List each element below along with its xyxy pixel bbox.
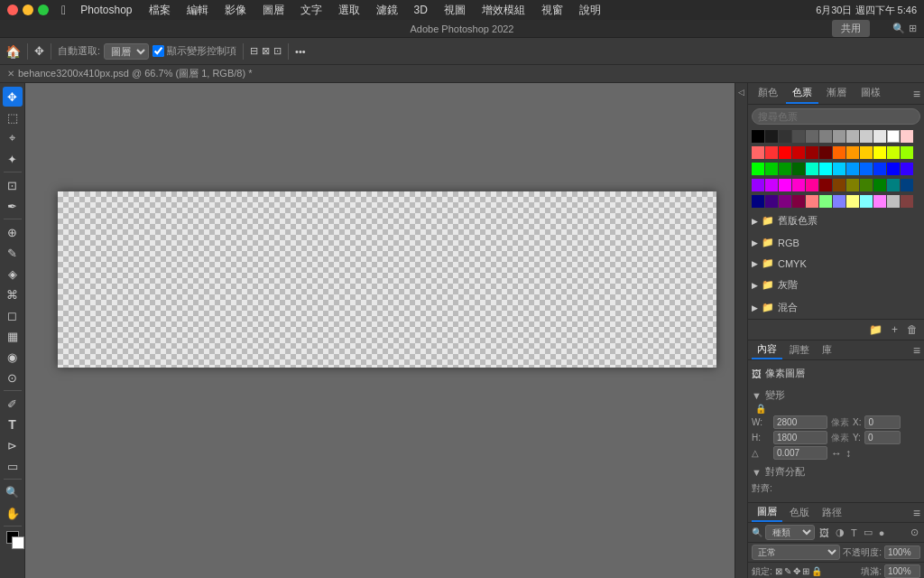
swatch[interactable] bbox=[765, 195, 778, 208]
menu-window[interactable]: 視窗 bbox=[536, 3, 568, 18]
swatch[interactable] bbox=[846, 130, 859, 143]
swatch[interactable] bbox=[860, 130, 873, 143]
tool-hand[interactable]: ✋ bbox=[3, 503, 23, 523]
swatch[interactable] bbox=[901, 163, 913, 175]
opacity-input[interactable] bbox=[884, 545, 920, 559]
swatch[interactable] bbox=[779, 195, 791, 208]
tool-blur[interactable]: ◉ bbox=[3, 347, 23, 367]
menu-help[interactable]: 說明 bbox=[574, 3, 606, 18]
tool-lasso[interactable]: ⌖ bbox=[3, 128, 23, 148]
width-input[interactable] bbox=[773, 415, 827, 429]
tool-eraser[interactable]: ◻ bbox=[3, 305, 23, 325]
show-transform-checkbox[interactable] bbox=[152, 45, 164, 57]
auto-select-dropdown[interactable]: 圖層 群組 bbox=[104, 43, 149, 60]
swatch[interactable] bbox=[779, 146, 791, 159]
menu-filter[interactable]: 濾鏡 bbox=[371, 3, 403, 18]
tool-brush[interactable]: ✎ bbox=[3, 243, 23, 263]
swatch[interactable] bbox=[846, 146, 859, 159]
flip-h-icon[interactable]: ↔ bbox=[831, 447, 842, 460]
swatch[interactable] bbox=[833, 195, 845, 208]
swatch[interactable] bbox=[765, 179, 778, 191]
swatch[interactable] bbox=[887, 195, 900, 208]
share-button[interactable]: 共用 bbox=[832, 20, 870, 37]
properties-menu-icon[interactable]: ≡ bbox=[913, 343, 920, 358]
swatch[interactable] bbox=[765, 146, 778, 159]
tool-eyedropper[interactable]: ✒ bbox=[3, 196, 23, 216]
tab-properties[interactable]: 內容 bbox=[752, 340, 782, 359]
swatch[interactable] bbox=[819, 146, 832, 159]
swatch[interactable] bbox=[752, 179, 764, 191]
swatch[interactable] bbox=[779, 130, 791, 143]
lock-paint-icon[interactable]: ✎ bbox=[784, 566, 791, 576]
delete-swatch-icon[interactable]: 🗑 bbox=[904, 322, 920, 337]
swatch-group-header-rgb[interactable]: ▶ 📁 RGB bbox=[752, 234, 920, 251]
swatch[interactable] bbox=[873, 195, 886, 208]
create-group-icon[interactable]: 📁 bbox=[866, 322, 885, 337]
angle-input[interactable] bbox=[773, 446, 827, 460]
minimize-button[interactable] bbox=[23, 5, 33, 15]
swatch[interactable] bbox=[833, 146, 845, 159]
swatch-group-header-legacy[interactable]: ▶ 📁 舊版色票 bbox=[752, 211, 920, 230]
lock-artboard-icon[interactable]: ⊞ bbox=[802, 566, 809, 576]
fill-input[interactable] bbox=[884, 564, 920, 578]
swatch-group-header-mix[interactable]: ▶ 📁 混合 bbox=[752, 298, 920, 317]
tab-swatches[interactable]: 色票 bbox=[786, 83, 818, 104]
swatch[interactable] bbox=[752, 195, 764, 208]
swatch-search-input[interactable] bbox=[752, 108, 920, 125]
filter-pixel-icon[interactable]: 🖼 bbox=[818, 527, 831, 539]
swatch[interactable] bbox=[860, 163, 873, 175]
lock-transparent-icon[interactable]: ⊠ bbox=[775, 566, 782, 576]
swatch[interactable] bbox=[819, 195, 832, 208]
swatch[interactable] bbox=[792, 130, 805, 143]
new-swatch-icon[interactable]: + bbox=[889, 322, 901, 337]
menu-select[interactable]: 選取 bbox=[333, 3, 365, 18]
layer-filter-dropdown[interactable]: 種類 名稱 效果 模式 屬性 色彩 bbox=[765, 525, 815, 540]
swatch[interactable] bbox=[887, 146, 900, 159]
filter-adjustment-icon[interactable]: ◑ bbox=[834, 526, 846, 539]
swatch[interactable] bbox=[873, 146, 886, 159]
menu-plugins[interactable]: 增效模組 bbox=[476, 3, 531, 18]
lock-all-icon[interactable]: 🔒 bbox=[811, 566, 822, 576]
swatch[interactable] bbox=[846, 179, 859, 191]
tool-history-brush[interactable]: ⌘ bbox=[3, 284, 23, 304]
swatch[interactable] bbox=[901, 195, 913, 208]
tool-magic-wand[interactable]: ✦ bbox=[3, 149, 23, 169]
swatch[interactable] bbox=[806, 130, 818, 143]
align-label[interactable]: ▼ 對齊分配 bbox=[752, 463, 920, 480]
menu-layer[interactable]: 圖層 bbox=[257, 3, 290, 18]
swatch[interactable] bbox=[806, 179, 818, 191]
swatch[interactable] bbox=[887, 130, 900, 143]
swatch[interactable] bbox=[792, 146, 805, 159]
swatch[interactable] bbox=[765, 163, 778, 175]
apple-icon[interactable]:  bbox=[61, 3, 66, 17]
document-tab[interactable]: behance3200x410px.psd @ 66.7% (圖層 1, RGB… bbox=[18, 67, 252, 80]
lock-transform-icon[interactable]: 🔒 bbox=[755, 404, 766, 414]
home-icon[interactable]: 🏠 bbox=[5, 44, 21, 59]
swatch[interactable] bbox=[873, 163, 886, 175]
swatch[interactable] bbox=[792, 195, 805, 208]
swatch[interactable] bbox=[792, 163, 805, 175]
tool-path-select[interactable]: ⊳ bbox=[3, 435, 23, 455]
tab-layers[interactable]: 圖層 bbox=[752, 503, 782, 522]
tab-paths[interactable]: 路徑 bbox=[817, 504, 847, 521]
swatch[interactable] bbox=[887, 163, 900, 175]
swatch[interactable] bbox=[860, 179, 873, 191]
tab-color[interactable]: 顏色 bbox=[752, 83, 784, 104]
filter-shape-icon[interactable]: ▭ bbox=[862, 526, 874, 539]
tool-zoom[interactable]: 🔍 bbox=[3, 482, 23, 502]
canvas-area[interactable] bbox=[25, 83, 735, 578]
tool-marquee[interactable]: ⬚ bbox=[3, 107, 23, 127]
tool-dodge[interactable]: ⊙ bbox=[3, 368, 23, 387]
filter-smart-icon[interactable]: ● bbox=[877, 527, 887, 539]
arrange-icon[interactable]: ⊞ bbox=[909, 23, 917, 34]
tool-text[interactable]: T bbox=[3, 415, 23, 434]
tab-gradients[interactable]: 漸層 bbox=[820, 83, 853, 104]
tool-pen[interactable]: ✐ bbox=[3, 394, 23, 414]
swatch[interactable] bbox=[806, 146, 818, 159]
swatch[interactable] bbox=[752, 146, 764, 159]
tab-libraries[interactable]: 庫 bbox=[817, 341, 837, 359]
swatch[interactable] bbox=[846, 195, 859, 208]
swatch[interactable] bbox=[833, 163, 845, 175]
tab-channels[interactable]: 色版 bbox=[784, 504, 815, 521]
close-button[interactable] bbox=[7, 5, 18, 15]
